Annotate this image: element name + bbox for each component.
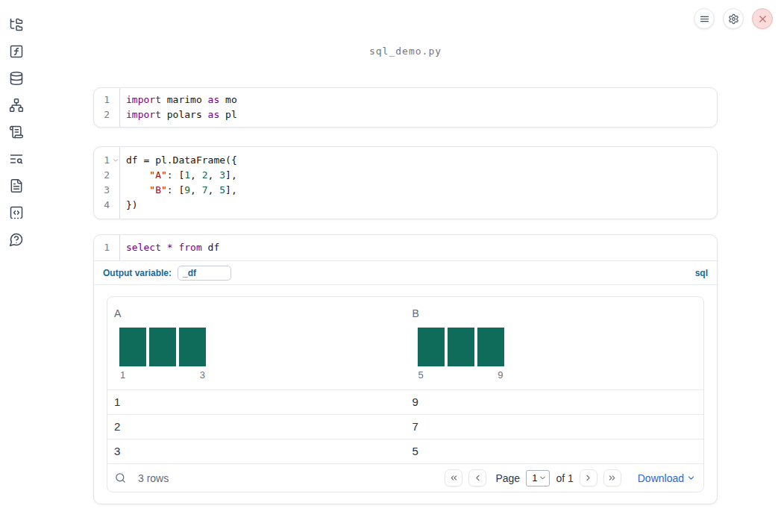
notebook-filename[interactable]: sql_demo.py — [33, 46, 778, 57]
code-cell-imports: 12 import marimo as moimport polars as p… — [93, 87, 718, 128]
table-row[interactable]: 19 — [107, 389, 703, 414]
column-histogram — [119, 328, 406, 366]
line-number-gutter: 12 — [94, 88, 120, 127]
histogram-bar — [477, 328, 504, 366]
code-snippet-icon — [9, 205, 24, 220]
table-header: A 1 3 B 5 9 — [107, 297, 703, 389]
notebook-main: sql_demo.py 12 import marimo as moimport… — [33, 0, 778, 523]
cell-list: 12 import marimo as moimport polars as p… — [93, 87, 718, 504]
histogram-bar — [448, 328, 474, 366]
sql-language-badge: sql — [695, 268, 708, 278]
previous-page-button[interactable] — [468, 469, 486, 486]
histogram-min-label: 5 — [418, 369, 424, 381]
network-icon — [9, 98, 24, 113]
page-total-label: of 1 — [556, 472, 573, 484]
table-footer: 3 rows Page 1 — [107, 463, 703, 492]
first-page-button[interactable] — [445, 469, 462, 486]
line-number: 3 — [94, 183, 119, 198]
code-line: }) — [126, 198, 717, 213]
help-button[interactable] — [9, 232, 24, 247]
search-icon — [114, 472, 127, 484]
code-content[interactable]: select * from df — [120, 235, 717, 260]
line-number: 1 — [94, 93, 119, 107]
last-page-button[interactable] — [603, 469, 621, 486]
output-variable-label: Output variable: — [103, 268, 172, 278]
snippets-button[interactable] — [9, 205, 24, 220]
cell-output: A 1 3 B 5 9 — [94, 285, 717, 504]
table-of-contents-button[interactable] — [9, 151, 24, 166]
documentation-button[interactable] — [9, 178, 24, 193]
code-editor[interactable]: 1234 df = pl.DataFrame({ "A": [1, 2, 3],… — [94, 147, 717, 219]
table-cell: 7 — [406, 415, 704, 439]
histogram-bar — [149, 328, 176, 366]
fold-chevron-icon[interactable] — [112, 157, 119, 164]
histogram-min-label: 1 — [120, 369, 125, 381]
help-chat-icon — [9, 232, 24, 247]
code-cell-dataframe: 1234 df = pl.DataFrame({ "A": [1, 2, 3],… — [93, 146, 718, 219]
data-sources-button[interactable] — [9, 71, 24, 86]
line-number: 1 — [94, 153, 119, 168]
table-body: 192735 — [107, 389, 703, 463]
page-select-value: 1 — [532, 472, 537, 484]
column-histogram — [418, 328, 704, 366]
column-header-a: A 1 3 — [107, 307, 406, 381]
scroll-text-icon — [9, 125, 24, 140]
chevron-left-icon — [473, 473, 483, 483]
line-number: 4 — [94, 198, 119, 213]
file-explorer-button[interactable] — [9, 17, 24, 32]
sql-cell: 1 select * from df Output variable: sql … — [93, 234, 718, 504]
code-line: import marimo as mo — [126, 93, 717, 107]
column-sort-label[interactable]: B — [412, 307, 419, 319]
table-cell: 1 — [107, 390, 406, 414]
line-number: 1 — [94, 240, 119, 255]
column-sort-label[interactable]: A — [114, 307, 121, 319]
code-editor[interactable]: 12 import marimo as moimport polars as p… — [94, 88, 717, 127]
histogram-bar — [119, 328, 146, 366]
chevron-down-icon — [539, 474, 547, 482]
logs-button[interactable] — [9, 125, 24, 140]
table-row[interactable]: 27 — [107, 414, 703, 439]
text-search-icon — [9, 151, 24, 166]
line-number-gutter: 1234 — [94, 147, 120, 219]
histogram-max-label: 9 — [498, 369, 503, 381]
pagination: Page 1 of 1 — [445, 469, 696, 486]
chevron-down-icon — [686, 473, 696, 483]
download-label: Download — [638, 472, 684, 484]
file-text-icon — [9, 178, 24, 193]
histogram-max-label: 3 — [200, 369, 205, 381]
page-label: Page — [495, 472, 520, 484]
table-cell: 3 — [107, 439, 406, 463]
code-editor[interactable]: 1 select * from df — [94, 235, 717, 260]
helper-sidebar — [0, 0, 33, 532]
row-count-label: 3 rows — [138, 472, 169, 484]
line-number-gutter: 1 — [94, 235, 120, 260]
table-cell: 9 — [406, 390, 704, 414]
line-number: 2 — [94, 168, 119, 183]
histogram-bar — [179, 328, 206, 366]
column-header-b: B 5 9 — [406, 307, 704, 381]
code-line: select * from df — [126, 240, 717, 255]
output-variable-input[interactable] — [178, 266, 231, 281]
code-line: "A": [1, 2, 3], — [126, 168, 717, 183]
variables-button[interactable] — [9, 44, 24, 59]
dependency-graph-button[interactable] — [9, 98, 24, 113]
folder-tree-icon — [9, 17, 24, 32]
code-line: "B": [9, 7, 5], — [126, 183, 717, 198]
histogram-bar — [418, 328, 445, 366]
dataframe-table: A 1 3 B 5 9 — [107, 296, 704, 492]
line-number: 2 — [94, 107, 119, 122]
table-search-button[interactable] — [114, 472, 127, 484]
chevrons-left-icon — [449, 473, 459, 483]
code-content[interactable]: df = pl.DataFrame({ "A": [1, 2, 3], "B":… — [120, 147, 717, 219]
download-button[interactable]: Download — [638, 472, 696, 484]
page-select[interactable]: 1 — [526, 470, 550, 486]
next-page-button[interactable] — [580, 469, 597, 486]
table-row[interactable]: 35 — [107, 439, 703, 463]
code-content[interactable]: import marimo as moimport polars as pl — [120, 88, 717, 127]
table-cell: 2 — [107, 415, 406, 439]
function-square-icon — [9, 44, 24, 59]
chevrons-right-icon — [607, 473, 617, 483]
table-cell: 5 — [406, 439, 704, 463]
code-line: df = pl.DataFrame({ — [126, 153, 717, 168]
sql-cell-footer: Output variable: sql — [94, 260, 717, 285]
